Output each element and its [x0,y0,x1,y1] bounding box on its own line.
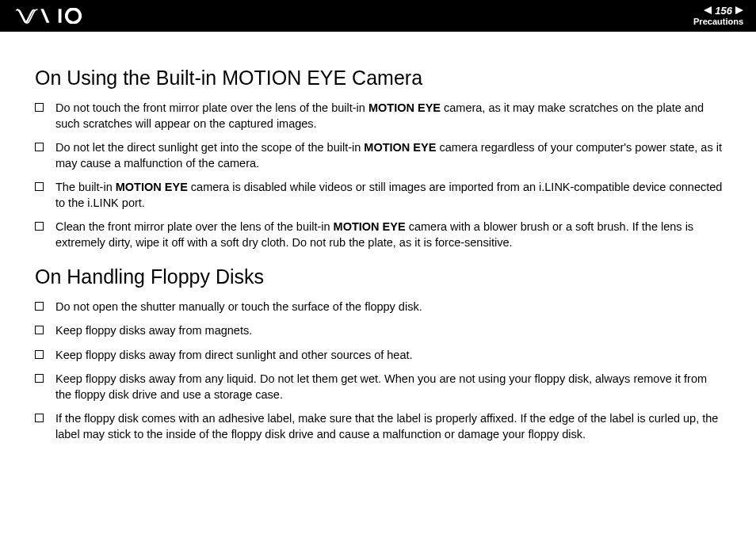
list-item: Do not touch the front mirror plate over… [35,101,726,132]
header-right: 156 Precautions [693,5,743,28]
square-bullet-icon [35,374,44,383]
square-bullet-icon [35,350,44,359]
list-item: Clean the front mirror plate over the le… [35,219,726,250]
page-navigator: 156 [704,5,743,17]
section-label: Precautions [693,17,743,27]
list-item: The built-in MOTION EYE camera is disabl… [35,180,726,211]
list-item: If the floppy disk comes with an adhesiv… [35,411,726,442]
list-motion-eye: Do not touch the front mirror plate over… [35,101,726,251]
page-content: On Using the Built-in MOTION EYE Camera … [0,32,756,442]
square-bullet-icon [35,302,44,311]
page-number: 156 [715,5,732,17]
list-item: Keep floppy disks away from any liquid. … [35,372,726,402]
square-bullet-icon [35,414,44,422]
svg-point-1 [67,9,81,23]
list-floppy: Do not open the shutter manually or touc… [35,299,726,443]
list-item: Keep floppy disks away from direct sunli… [35,348,726,364]
next-page-arrow-icon[interactable] [735,6,743,14]
square-bullet-icon [35,103,44,112]
heading-floppy: On Handling Floppy Disks [35,265,726,288]
header-bar: 156 Precautions [0,0,756,32]
vaio-logo [16,8,95,24]
prev-page-arrow-icon[interactable] [704,6,712,14]
list-item: Keep floppy disks away from magnets. [35,323,726,339]
list-item: Do not let the direct sunlight get into … [35,140,726,171]
list-item: Do not open the shutter manually or touc… [35,299,726,315]
heading-motion-eye: On Using the Built-in MOTION EYE Camera [35,67,726,90]
square-bullet-icon [35,326,44,334]
square-bullet-icon [35,222,44,231]
square-bullet-icon [35,182,44,191]
svg-rect-0 [59,9,62,23]
square-bullet-icon [35,143,44,151]
